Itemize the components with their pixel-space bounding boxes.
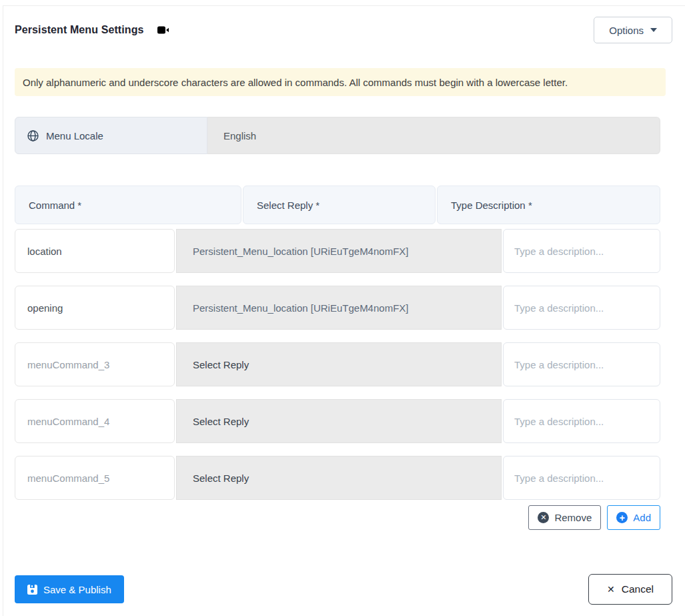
menu-locale-group: Menu Locale English (15, 117, 660, 154)
reply-select[interactable]: Select Reply (176, 456, 502, 500)
cancel-button[interactable]: ✕ Cancel (588, 574, 672, 605)
add-row-button[interactable]: + Add (607, 505, 660, 530)
reply-select-text: Select Reply (193, 416, 249, 427)
menu-locale-value: English (207, 117, 660, 154)
add-row-button-label: Add (633, 512, 651, 523)
video-camera-icon (157, 26, 169, 34)
command-input[interactable] (15, 229, 175, 273)
command-input[interactable] (15, 456, 175, 500)
x-icon: ✕ (607, 584, 615, 595)
command-input[interactable] (15, 342, 175, 386)
column-header-select-reply: Select Reply * (243, 186, 436, 224)
menu-locale-value-text: English (223, 130, 256, 141)
table-row: Select Reply (15, 342, 660, 386)
table-row: Persistent_Menu_location [URiEuTgeM4nomF… (15, 286, 660, 330)
reply-select[interactable]: Persistent_Menu_location [URiEuTgeM4nomF… (176, 286, 502, 330)
row-actions: ✕ Remove + Add (15, 505, 660, 530)
page-title: Persistent Menu Settings (15, 24, 144, 36)
command-input[interactable] (15, 399, 175, 443)
plus-circle-icon: + (616, 512, 628, 523)
title-wrap: Persistent Menu Settings (15, 24, 169, 36)
table-row: Select Reply (15, 456, 660, 500)
description-input[interactable] (503, 286, 660, 330)
save-icon (27, 585, 37, 595)
reply-select[interactable]: Persistent_Menu_location [URiEuTgeM4nomF… (176, 229, 502, 273)
reply-select[interactable]: Select Reply (176, 399, 502, 443)
menu-locale-label-text: Menu Locale (46, 130, 103, 141)
options-button[interactable]: Options (594, 17, 672, 43)
description-input[interactable] (503, 342, 660, 386)
footer: Save & Publish ✕ Cancel (15, 574, 672, 605)
command-input[interactable] (15, 286, 175, 330)
warning-alert: Only alphanumeric and underscore charact… (15, 68, 666, 96)
save-publish-button[interactable]: Save & Publish (15, 575, 124, 603)
description-input[interactable] (503, 229, 660, 273)
save-publish-button-label: Save & Publish (43, 584, 111, 595)
table-row: Persistent_Menu_location [URiEuTgeM4nomF… (15, 229, 660, 273)
warning-alert-text: Only alphanumeric and underscore charact… (23, 77, 568, 88)
reply-select-text: Select Reply (193, 473, 249, 484)
table-header: Command * Select Reply * Type Descriptio… (15, 186, 660, 224)
remove-row-button[interactable]: ✕ Remove (528, 505, 601, 530)
column-header-type-description: Type Description * (437, 186, 660, 224)
options-button-label: Options (609, 25, 644, 36)
x-circle-icon: ✕ (538, 512, 549, 523)
reply-select-text: Persistent_Menu_location [URiEuTgeM4nomF… (193, 246, 408, 257)
reply-select-text: Persistent_Menu_location [URiEuTgeM4nomF… (193, 302, 408, 314)
description-input[interactable] (503, 399, 660, 443)
reply-select[interactable]: Select Reply (176, 342, 502, 386)
persistent-menu-settings-card: Persistent Menu Settings Options Only al… (3, 5, 685, 616)
reply-select-text: Select Reply (193, 359, 249, 370)
chevron-down-icon (650, 28, 657, 32)
menu-locale-label: Menu Locale (15, 117, 207, 154)
column-header-command: Command * (15, 186, 241, 224)
cancel-button-label: Cancel (622, 583, 654, 595)
table-row: Select Reply (15, 399, 660, 443)
topbar: Persistent Menu Settings Options (15, 17, 672, 43)
globe-icon (27, 130, 39, 141)
description-input[interactable] (503, 456, 660, 500)
remove-row-button-label: Remove (554, 512, 592, 523)
